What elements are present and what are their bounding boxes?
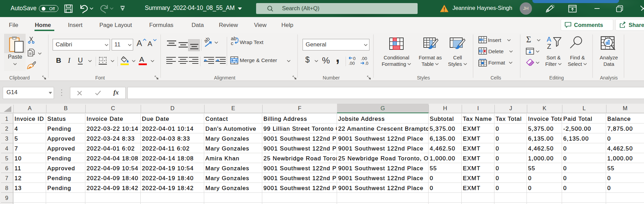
svg-text:A: A [547, 36, 551, 43]
svg-text:c: c [231, 40, 234, 46]
svg-text:.0: .0 [365, 61, 368, 65]
svg-text:0: 0 [353, 56, 355, 61]
svg-text:Z: Z [547, 43, 551, 50]
svg-text:.00: .00 [349, 61, 355, 65]
svg-text:.00: .00 [361, 56, 367, 61]
